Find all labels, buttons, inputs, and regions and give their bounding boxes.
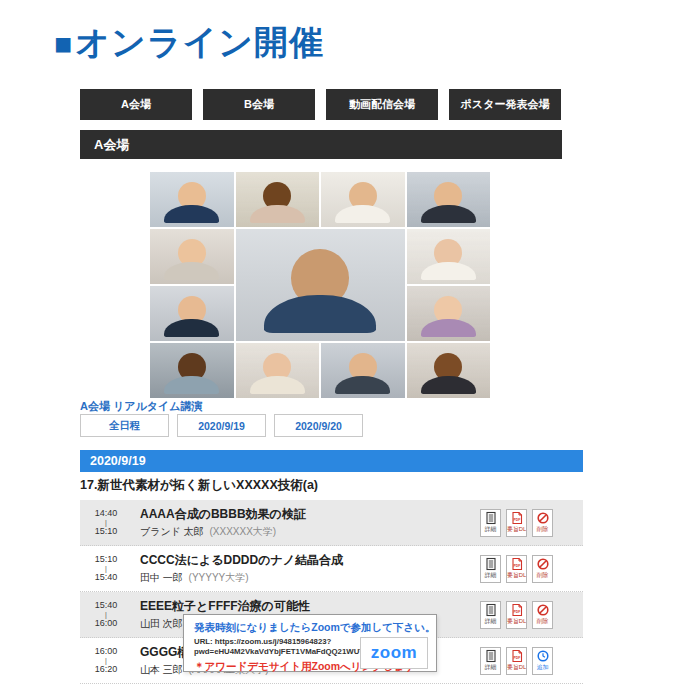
time-end: 15:40: [95, 572, 118, 583]
speaker-affiliation: (YYYYY大学): [189, 572, 249, 583]
pdf-file-icon: PDF: [510, 649, 524, 663]
zoom-url-line2: pwd=eHU4M2VkaVdYbjFET1VMaFdQQ21WUT09: [194, 647, 362, 657]
session-row: 14:40 | 15:10 AAAA合成のBBBB効果の検証 ブランド 太郎 (…: [80, 500, 583, 546]
photo-grid: [150, 172, 490, 398]
person-body: [421, 319, 476, 338]
session-group-title: 17.新世代素材が拓く新しいXXXXX技術(a): [80, 477, 583, 502]
abstract-download-button[interactable]: PDF 要旨DL: [506, 555, 527, 583]
time-separator: |: [105, 519, 107, 526]
session-time: 16:00 | 16:20: [88, 646, 124, 675]
zoom-logo: zoom: [360, 637, 428, 669]
clock-icon: [536, 649, 550, 663]
speaker-name: 山田 次郎: [140, 618, 183, 629]
participant-tile: [236, 172, 320, 227]
detail-button[interactable]: 詳細: [480, 509, 501, 537]
pdf-file-icon: PDF: [510, 511, 524, 525]
speaker-affiliation: (XXXXXX大学): [210, 526, 277, 537]
speaker-name: ブランド 太郎: [140, 526, 204, 537]
document-icon: [484, 649, 498, 663]
zoom-url: URL: https://zoom.us/j/94815964823? pwd=…: [194, 637, 362, 657]
session-title: AAAA合成のBBBB効果の検証: [140, 506, 480, 523]
pdf-file-icon: PDF: [510, 603, 524, 617]
session-time: 15:10 | 15:40: [88, 554, 124, 583]
delete-button[interactable]: 削除: [532, 509, 553, 537]
time-end: 16:00: [95, 618, 118, 629]
abstract-download-button[interactable]: PDF 要旨DL: [506, 601, 527, 629]
document-icon: [484, 557, 498, 571]
venue-nav-b[interactable]: B会場: [203, 89, 315, 120]
date-banner: 2020/9/19: [80, 450, 583, 472]
participant-tile: [407, 229, 491, 284]
participant-tile: [150, 343, 234, 398]
add-button[interactable]: 追加: [532, 647, 553, 675]
tab-2020-9-20[interactable]: 2020/9/20: [274, 414, 363, 437]
person-body: [421, 262, 476, 281]
title-square-icon: ■: [54, 29, 73, 59]
svg-text:PDF: PDF: [513, 518, 520, 522]
time-start: 15:10: [95, 554, 118, 565]
zoom-url-line1: URL: https://zoom.us/j/94815964823?: [194, 637, 362, 647]
venue-nav-video[interactable]: 動画配信会場: [326, 89, 438, 120]
svg-text:PDF: PDF: [513, 564, 520, 568]
time-start: 14:40: [95, 508, 118, 519]
prohibition-icon: [536, 557, 550, 571]
session-info: AAAA合成のBBBB効果の検証 ブランド 太郎 (XXXXXX大学): [140, 506, 480, 539]
participant-tile: [407, 286, 491, 341]
date-banner-label: 2020/9/19: [90, 454, 146, 468]
tab-all-dates[interactable]: 全日程: [80, 414, 169, 437]
time-end: 16:20: [95, 664, 118, 675]
venue-header-label: A会場: [94, 136, 129, 154]
person-body: [164, 205, 219, 224]
session-info: CCCC法によるDDDDのナノ結晶合成 田中 一郎 (YYYYY大学): [140, 552, 480, 585]
detail-button[interactable]: 詳細: [480, 555, 501, 583]
person-body: [250, 376, 305, 395]
venue-nav-poster[interactable]: ポスター発表会場: [449, 89, 561, 120]
prohibition-icon: [536, 603, 550, 617]
session-row: 15:10 | 15:40 CCCC法によるDDDDのナノ結晶合成 田中 一郎 …: [80, 546, 583, 592]
participant-tile: [321, 172, 405, 227]
detail-button[interactable]: 詳細: [480, 647, 501, 675]
time-start: 16:00: [95, 646, 118, 657]
venue-header-bar: A会場: [80, 130, 562, 159]
delete-button[interactable]: 削除: [532, 601, 553, 629]
svg-text:PDF: PDF: [513, 656, 520, 660]
delete-button[interactable]: 削除: [532, 555, 553, 583]
page-title-text: オンライン開催: [75, 20, 324, 66]
session-speaker: 田中 一郎 (YYYYY大学): [140, 571, 480, 585]
participant-tile: [321, 343, 405, 398]
participant-tile: [150, 229, 234, 284]
person-body: [164, 319, 219, 338]
realtime-label: A会場 リアルタイム講演: [80, 399, 203, 414]
participant-tile: [150, 172, 234, 227]
person-body: [250, 205, 305, 224]
participant-tile: [407, 343, 491, 398]
person-body: [164, 262, 219, 281]
date-tabs: 全日程 2020/9/19 2020/9/20: [80, 414, 363, 437]
session-actions: 詳細 PDF 要旨DL 削除: [480, 555, 553, 583]
zoom-instruction: 発表時刻になりましたらZoomで参加して下さい。: [194, 621, 428, 635]
document-icon: [484, 511, 498, 525]
session-title: CCCC法によるDDDDのナノ結晶合成: [140, 552, 480, 569]
participant-tile: [236, 343, 320, 398]
zoom-join-popup: 発表時刻になりましたらZoomで参加して下さい。 URL: https://zo…: [183, 614, 437, 672]
speaker-name: 田中 一郎: [140, 572, 183, 583]
abstract-download-button[interactable]: PDF 要旨DL: [506, 647, 527, 675]
venue-nav-a[interactable]: A会場: [80, 89, 192, 120]
prohibition-icon: [536, 511, 550, 525]
detail-button[interactable]: 詳細: [480, 601, 501, 629]
participant-tile: [236, 229, 405, 341]
session-time: 14:40 | 15:10: [88, 508, 124, 537]
time-separator: |: [105, 565, 107, 572]
participant-tile: [407, 172, 491, 227]
time-start: 15:40: [95, 600, 118, 611]
person-body: [164, 376, 219, 395]
abstract-download-button[interactable]: PDF 要旨DL: [506, 509, 527, 537]
pdf-file-icon: PDF: [510, 557, 524, 571]
tab-2020-9-19[interactable]: 2020/9/19: [177, 414, 266, 437]
participant-tile: [150, 286, 234, 341]
svg-text:PDF: PDF: [513, 610, 520, 614]
person-body: [421, 205, 476, 224]
person-body: [335, 376, 390, 395]
document-icon: [484, 603, 498, 617]
time-end: 15:10: [95, 526, 118, 537]
